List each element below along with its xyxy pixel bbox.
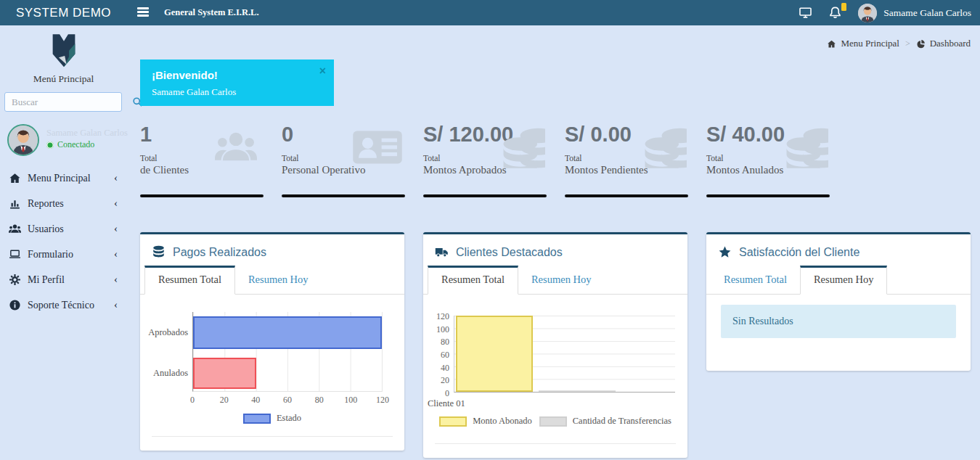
chevron-left-icon: ‹ bbox=[114, 299, 118, 311]
card-clientes-destacados: Clientes Destacados Resumen Total Resume… bbox=[423, 232, 687, 458]
axis-category-label: Aprobados bbox=[143, 327, 188, 338]
x-axis-ticks: 0 20 40 60 80 100 120 bbox=[192, 395, 383, 405]
chevron-left-icon: ‹ bbox=[114, 223, 118, 235]
tab-resumen-total[interactable]: Resumen Total bbox=[711, 266, 800, 294]
sidebar: Menú Principal Samame Galan Carlos Conec… bbox=[0, 25, 127, 460]
stat-personal-operativo: 0 Total Personal Operativo bbox=[282, 123, 405, 197]
stat-underline bbox=[706, 194, 830, 197]
users-group-icon bbox=[210, 126, 262, 168]
legend-label: Estado bbox=[277, 413, 301, 424]
sidebar-username: Samame Galan Carlos bbox=[46, 128, 128, 139]
legend-swatch-estado bbox=[243, 414, 271, 424]
breadcrumb-home[interactable]: Menu Principal bbox=[841, 38, 899, 49]
card-header: Satisfacción del Cliente bbox=[706, 234, 971, 266]
avatar bbox=[7, 124, 39, 156]
tab-bar: Resumen Total Resumen Hoy bbox=[706, 266, 971, 295]
sidebar-item-usuarios[interactable]: Usuarios ‹ bbox=[0, 216, 127, 242]
sidebar-title: Menú Principal bbox=[0, 73, 127, 85]
avatar bbox=[858, 4, 877, 22]
card-pagos-realizados: Pagos Realizados Resumen Total Resumen H… bbox=[140, 232, 404, 451]
sidebar-item-soporte-tecnico[interactable]: Soporte Técnico ‹ bbox=[0, 292, 127, 318]
tab-resumen-hoy[interactable]: Resumen Hoy bbox=[800, 266, 888, 295]
bar-monto-abonado bbox=[456, 316, 533, 392]
top-navbar: SYSTEM DEMO General System E.I.R.L. Sama… bbox=[0, 0, 980, 25]
y-axis-ticks: 120 100 80 60 40 20 0 bbox=[428, 316, 449, 393]
card-footer-divider bbox=[152, 436, 393, 437]
empty-results-alert: Sin Resultados bbox=[721, 305, 956, 338]
bar-anulados bbox=[193, 358, 256, 389]
close-icon[interactable]: × bbox=[319, 65, 326, 77]
breadcrumb: Menu Principal > Dashboard bbox=[827, 38, 971, 49]
notification-badge bbox=[841, 3, 846, 11]
sidebar-item-menu-principal[interactable]: Menu Principal ‹ bbox=[0, 165, 127, 191]
legend-item-monto-abonado[interactable]: Monto Abonado bbox=[439, 416, 532, 427]
navbar-right: Samame Galan Carlos bbox=[799, 0, 971, 25]
legend-label: Cantidad de Transferencias bbox=[573, 416, 671, 427]
chevron-left-icon: ‹ bbox=[114, 274, 118, 286]
chevron-left-icon: ‹ bbox=[114, 172, 118, 184]
stats-row: 1 Total de Clientes 0 Total Personal Ope… bbox=[140, 123, 830, 197]
sidebar-toggle-icon[interactable] bbox=[137, 7, 149, 17]
status-dot-icon bbox=[46, 141, 54, 149]
legend-label: Monto Abonado bbox=[473, 416, 532, 427]
stat-montos-pendientes: S/ 0.00 Total Montos Pendientes bbox=[565, 123, 688, 197]
stat-montos-anulados: S/ 40.00 Total Montos Anulados bbox=[706, 123, 830, 197]
star-icon bbox=[718, 245, 732, 259]
home-icon bbox=[9, 172, 21, 184]
bar-aprobados bbox=[193, 316, 382, 349]
chevron-left-icon: ‹ bbox=[114, 197, 118, 210]
bar-chart-icon bbox=[9, 197, 21, 210]
tab-bar: Resumen Total Resumen Hoy bbox=[423, 266, 687, 295]
connection-status: Conectado bbox=[46, 139, 94, 150]
stat-underline bbox=[565, 194, 688, 197]
pie-chart-icon bbox=[916, 39, 926, 49]
coins-icon bbox=[776, 126, 828, 168]
sidebar-search bbox=[4, 92, 122, 112]
gear-icon bbox=[9, 274, 21, 286]
card-header: Pagos Realizados bbox=[140, 234, 404, 266]
app-logo bbox=[46, 33, 81, 70]
welcome-subtitle: Samame Galan Carlos bbox=[152, 86, 334, 98]
breadcrumb-current: Dashboard bbox=[930, 38, 971, 49]
chart-legend[interactable]: Estado bbox=[140, 413, 404, 424]
stat-underline bbox=[140, 194, 264, 197]
legend-item-cantidad-transferencias[interactable]: Cantidad de Transferencias bbox=[539, 416, 671, 427]
legend-swatch bbox=[439, 416, 467, 427]
card-title: Satisfacción del Cliente bbox=[739, 246, 859, 259]
tab-resumen-total[interactable]: Resumen Total bbox=[428, 266, 518, 295]
card-satisfaccion-cliente: Satisfacción del Cliente Resumen Total R… bbox=[706, 232, 971, 371]
tab-resumen-total[interactable]: Resumen Total bbox=[144, 266, 235, 295]
truck-icon bbox=[435, 245, 449, 259]
info-circle-icon bbox=[9, 299, 21, 311]
bar-cantidad-transferencias bbox=[539, 390, 616, 392]
search-input[interactable] bbox=[5, 96, 132, 108]
coins-icon bbox=[493, 126, 545, 168]
tab-resumen-hoy[interactable]: Resumen Hoy bbox=[518, 266, 605, 294]
tab-resumen-hoy[interactable]: Resumen Hoy bbox=[235, 266, 322, 294]
breadcrumb-separator: > bbox=[904, 38, 912, 49]
id-card-icon bbox=[351, 126, 404, 168]
sidebar-item-formulario[interactable]: Formulario ‹ bbox=[0, 242, 127, 267]
axis-category-label: Cliente 01 bbox=[428, 398, 465, 409]
user-menu[interactable]: Samame Galan Carlos bbox=[858, 4, 971, 22]
axis-category-label: Anulados bbox=[143, 368, 188, 379]
horizontal-bar-chart bbox=[192, 312, 383, 392]
stat-montos-aprobados: S/ 120.00 Total Montos Aprobados bbox=[423, 123, 547, 197]
card-title: Clientes Destacados bbox=[456, 246, 563, 259]
users-icon bbox=[9, 223, 21, 235]
sidebar-item-reportes[interactable]: Reportes ‹ bbox=[0, 191, 127, 216]
stat-underline bbox=[423, 194, 547, 197]
sidebar-item-mi-perfil[interactable]: Mi Perfil ‹ bbox=[0, 267, 127, 292]
coins-icon bbox=[634, 126, 687, 168]
bell-icon[interactable] bbox=[828, 6, 842, 20]
app-brand[interactable]: SYSTEM DEMO bbox=[0, 0, 127, 25]
sidebar-menu: Menu Principal ‹ Reportes ‹ Usuarios ‹ F… bbox=[0, 165, 127, 318]
sidebar-user-panel: Samame Galan Carlos Conectado bbox=[6, 124, 122, 159]
home-icon bbox=[827, 39, 836, 49]
monitor-icon[interactable] bbox=[799, 6, 812, 20]
welcome-title: ¡Bienvenido! bbox=[152, 69, 334, 81]
legend-swatch bbox=[539, 416, 567, 427]
welcome-banner: ¡Bienvenido! Samame Galan Carlos × bbox=[140, 59, 334, 106]
card-header: Clientes Destacados bbox=[423, 234, 687, 266]
chart-legend: Monto Abonado Cantidad de Transferencias bbox=[423, 416, 687, 427]
